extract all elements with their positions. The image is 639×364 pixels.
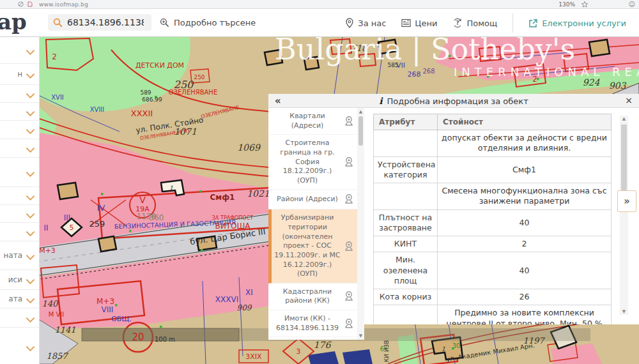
sidebar-item-12[interactable]: ата: [0, 290, 39, 308]
location-pin-icon[interactable]: [342, 291, 356, 302]
table-scroll-up-icon[interactable]: ▲: [620, 116, 628, 121]
attribute-row-0: допускат обекти за дейности с вредни отд…: [374, 130, 612, 157]
sidebar-item-3[interactable]: [0, 103, 39, 121]
map-label: 360: [150, 213, 164, 222]
search-input[interactable]: [67, 17, 144, 27]
sidebar-item-8[interactable]: [0, 205, 39, 223]
sidebar-item-14[interactable]: [0, 328, 39, 364]
attr-column-header: Атрибут: [374, 114, 438, 130]
nav-about-label: За нас: [358, 19, 386, 28]
nav-eservices[interactable]: Електронни услуги: [528, 19, 626, 28]
site-logo[interactable]: ap: [0, 9, 27, 34]
attribute-value: 2: [438, 236, 612, 252]
map-label: 1071: [174, 126, 197, 137]
layer-item-label: Квартали (Адреси): [273, 112, 342, 130]
layer-item-label: Кадастрални райони (КК): [273, 287, 342, 306]
map-label: 20: [132, 331, 144, 343]
map-label: 1069: [237, 142, 261, 153]
layer-item-5[interactable]: Имоти (КК) - 68134.1896.1139: [268, 310, 357, 337]
layer-item-1[interactable]: Строителна граница на гр. София 18.12.20…: [268, 135, 357, 190]
left-sidebar: ннатаисиата: [0, 37, 40, 364]
sidebar-item-4[interactable]: [0, 121, 39, 139]
blocked-icon[interactable]: [18, 1, 24, 7]
sidebar-item-2[interactable]: [0, 85, 39, 103]
map-label: VIII: [102, 305, 114, 314]
sidebar-item-0[interactable]: [0, 37, 39, 64]
attribute-name: Предназначение: [374, 305, 438, 324]
nav-prices[interactable]: Цени: [401, 19, 437, 28]
sidebar-item-1[interactable]: н: [0, 64, 39, 85]
sidebar-item-label: ната: [3, 251, 22, 260]
map-label: Смф1: [210, 193, 235, 202]
layer-item-0[interactable]: Квартали (Адреси): [268, 108, 357, 135]
location-pin-icon[interactable]: [342, 193, 356, 205]
attribute-name: Кота корниз: [374, 289, 438, 305]
search-box[interactable]: [48, 14, 151, 31]
table-scrollbar[interactable]: ▲ ▼: [620, 116, 628, 315]
nav-about[interactable]: За нас: [345, 18, 386, 28]
map-pin-icon: [345, 18, 354, 28]
search-plus-icon: [160, 18, 169, 27]
sidebar-item-label: н: [17, 70, 22, 79]
layer-item-4[interactable]: Кадастрални райони (КК): [268, 284, 357, 310]
map-label: 100 m: [155, 336, 175, 343]
map-label: 2: [52, 52, 57, 61]
help-icon: ?: [452, 18, 463, 28]
detailed-search-button[interactable]: Подробно търсене: [160, 14, 256, 31]
map-label: 718: [351, 43, 369, 53]
attribute-name: Устройствена категория: [374, 156, 438, 183]
nav-divider: [512, 13, 513, 33]
map-label: 903: [609, 80, 627, 91]
scrollbar-thumb[interactable]: [358, 116, 363, 146]
map-label: 1857: [46, 351, 68, 361]
sidebar-item-6[interactable]: [0, 158, 39, 187]
sidebar-item-5[interactable]: [0, 139, 39, 158]
attribute-row-4: КИНТ2: [374, 236, 612, 252]
feedback-smiley-icon[interactable]: ☺: [629, 1, 635, 8]
info-icon: i: [379, 96, 382, 106]
external-link-icon: [528, 19, 538, 28]
sidebar-item-11[interactable]: иси: [0, 270, 39, 290]
detailed-search-label: Подробно търсене: [174, 18, 256, 27]
sidebar-item-7[interactable]: [0, 187, 39, 205]
close-panel-button[interactable]: ×: [625, 95, 633, 105]
value-column-header: Стойност: [438, 114, 612, 130]
layer-item-2[interactable]: Райони (Адреси): [268, 190, 357, 209]
star-icon[interactable]: [581, 1, 588, 8]
attribute-row-5: Мин. озеленена площ40: [374, 252, 612, 289]
location-pin-icon[interactable]: [342, 318, 356, 330]
location-pin-icon[interactable]: [342, 156, 356, 168]
map-label: III: [64, 213, 71, 222]
map-label: 1: [442, 345, 445, 353]
scroll-down-icon[interactable]: ▼: [357, 333, 364, 338]
sidebar-item-13[interactable]: [0, 308, 39, 328]
nav-help[interactable]: ? Помощ: [452, 18, 497, 28]
map-label: II: [43, 224, 48, 232]
chevron-down-icon: [26, 109, 35, 118]
browser-url[interactable]: www.isofmap.bg: [39, 1, 88, 8]
map-label: XI: [245, 288, 253, 297]
map-label: 176: [314, 340, 332, 350]
panel-header: « iПодробна информация за обект ×: [268, 94, 639, 108]
attribute-name: Плътност на застрояване: [374, 209, 438, 236]
location-pin-icon[interactable]: [342, 116, 356, 127]
table-scrollbar-thumb[interactable]: [621, 125, 627, 201]
layer-item-3[interactable]: Урбанизирани територии (окончателен прое…: [268, 209, 357, 283]
page-icon[interactable]: [27, 1, 33, 7]
browser-zoom-level[interactable]: 130%: [558, 1, 575, 8]
layers-scrollbar[interactable]: ▲ ▼: [357, 108, 364, 340]
scroll-up-icon[interactable]: ▲: [357, 109, 364, 114]
layer-item-label: Урбанизирани територии (окончателен прое…: [273, 213, 342, 278]
attribute-value: 40: [438, 252, 612, 289]
sidebar-item-9[interactable]: [0, 223, 39, 241]
map-label: 259: [89, 219, 105, 229]
sidebar-item-10[interactable]: ната: [0, 241, 39, 270]
attribute-value: Смесена многофункционална зона със заниж…: [438, 183, 612, 210]
attribute-row-7: ПредназначениеПредимно за новите комплек…: [374, 305, 612, 324]
expand-panel-button[interactable]: »: [617, 190, 636, 212]
nav-prices-label: Цени: [415, 19, 437, 28]
chevron-down-icon: [26, 127, 35, 136]
nav-eservices-label: Електронни услуги: [542, 19, 626, 28]
location-pin-icon[interactable]: [342, 241, 356, 252]
table-scroll-down-icon[interactable]: ▼: [620, 309, 628, 314]
